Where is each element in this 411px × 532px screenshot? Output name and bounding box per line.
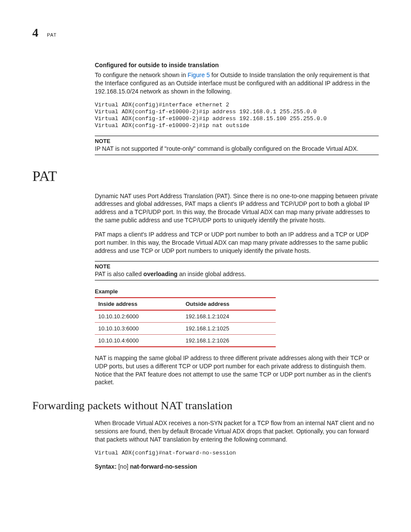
code-block: Virtual ADX(config)#nat-forward-no-sessi… (95, 450, 379, 457)
cell-inside: 10.10.10.3:6000 (95, 322, 182, 334)
note-body: PAT is also called overloading an inside… (95, 271, 379, 277)
syntax-line: Syntax: [no] nat-forward-no-session (95, 463, 379, 471)
text-bold: overloading (143, 271, 177, 277)
table-row: 10.10.10.3:6000 192.168.1.2:1025 (95, 322, 276, 334)
note-body: IP NAT is not supported if "route-only" … (95, 145, 379, 152)
cell-outside: 192.168.1.2:1025 (182, 322, 276, 334)
page-header: 4 PAT (32, 26, 379, 40)
body-paragraph: When Brocade Virtual ADX receives a non-… (95, 419, 379, 444)
body-paragraph: Dynamic NAT uses Port Address Translatio… (95, 192, 379, 225)
note-box: NOTE PAT is also called overloading an i… (95, 261, 379, 280)
document-page: 4 PAT Configured for outside to inside t… (0, 0, 411, 503)
text-run: To configure the network shown in (95, 72, 188, 78)
figure-link[interactable]: Figure 5 (188, 72, 210, 78)
section-heading-pat: PAT (32, 168, 379, 184)
syntax-command: nat-forward-no-session (130, 463, 197, 470)
table-row: 10.10.10.4:6000 192.168.1.2:1026 (95, 334, 276, 347)
cell-outside: 192.168.1.2:1026 (182, 334, 276, 347)
syntax-optional: [no] (117, 463, 130, 470)
body-paragraph: PAT maps a client's IP address and TCP o… (95, 230, 379, 255)
section-heading-forwarding: Forwarding packets without NAT translati… (32, 399, 379, 412)
subsection-heading: Configured for outside to inside transla… (95, 61, 379, 69)
code-block: Virtual ADX(config)#interface ethernet 2… (95, 102, 379, 130)
body-paragraph: NAT is mapping the same global IP addres… (95, 354, 379, 387)
table-row: 10.10.10.2:6000 192.168.1.2:1024 (95, 310, 276, 323)
header-section-tag: PAT (47, 32, 57, 37)
note-title: NOTE (95, 138, 379, 144)
note-box: NOTE IP NAT is not supported if "route-o… (95, 136, 379, 155)
col-header-outside: Outside address (182, 298, 276, 310)
table-header-row: Inside address Outside address (95, 298, 276, 310)
section-forwarding-body: When Brocade Virtual ADX receives a non-… (95, 419, 379, 471)
cell-inside: 10.10.10.4:6000 (95, 334, 182, 347)
example-label: Example (95, 288, 379, 295)
chapter-number: 4 (32, 26, 38, 40)
note-title: NOTE (95, 263, 379, 270)
syntax-label: Syntax: (95, 463, 117, 470)
section-pat-body: Dynamic NAT uses Port Address Translatio… (95, 192, 379, 387)
body-paragraph: To configure the network shown in Figure… (95, 71, 379, 96)
col-header-inside: Inside address (95, 298, 182, 310)
text-run: PAT is also called (95, 271, 143, 277)
cell-outside: 192.168.1.2:1024 (182, 310, 276, 323)
text-run: an inside global address. (177, 271, 246, 277)
cell-inside: 10.10.10.2:6000 (95, 310, 182, 323)
section-configured-outside-inside: Configured for outside to inside transla… (95, 61, 379, 155)
example-table: Inside address Outside address 10.10.10.… (95, 297, 276, 347)
